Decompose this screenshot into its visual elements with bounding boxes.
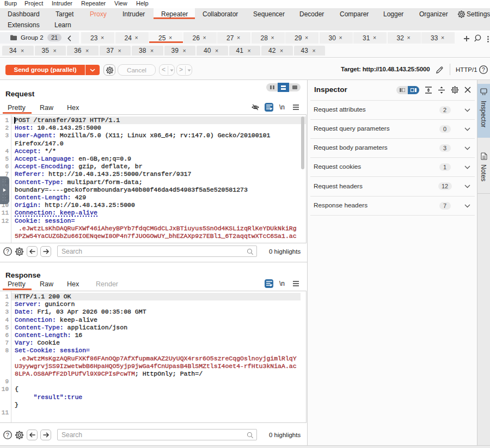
svg-text:?: ?	[6, 248, 9, 255]
svg-text:?: ?	[6, 432, 9, 438]
svg-text:?: ?	[482, 66, 485, 73]
